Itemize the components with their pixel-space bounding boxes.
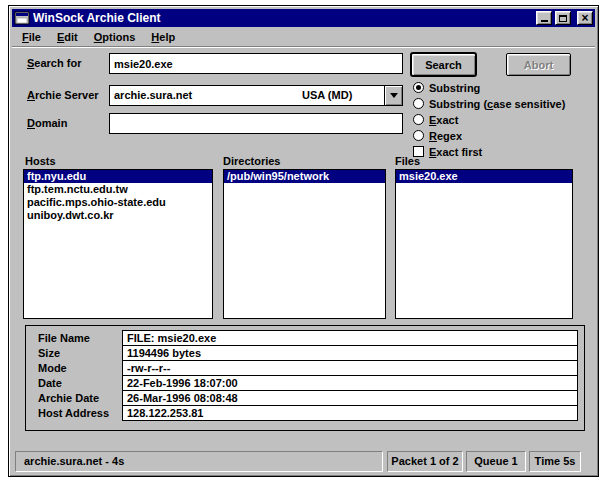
- radio-icon: [413, 114, 424, 125]
- abort-button[interactable]: Abort: [506, 53, 571, 76]
- detail-label-file-name: File Name: [26, 330, 122, 346]
- maximize-icon: [559, 15, 567, 22]
- chevron-down-icon: [390, 93, 398, 98]
- file-item[interactable]: msie20.exe: [396, 170, 572, 183]
- status-time: Time 5s: [529, 451, 581, 472]
- system-menu-icon[interactable]: [14, 11, 30, 25]
- detail-value-date: 22-Feb-1996 18:07:00: [122, 375, 578, 391]
- detail-row: Archie Date 26-Mar-1996 08:08:48: [26, 390, 578, 406]
- detail-value-archie-date: 26-Mar-1996 08:08:48: [122, 390, 578, 406]
- detail-row: File Name FILE: msie20.exe: [26, 330, 578, 346]
- files-listbox: msie20.exe: [395, 169, 573, 319]
- radio-regex[interactable]: Regex: [413, 129, 462, 142]
- host-item[interactable]: uniboy.dwt.co.kr: [24, 209, 212, 222]
- radio-label: Substring (case sensitive): [429, 98, 565, 110]
- menu-bar: File Edit Options Help: [12, 27, 595, 47]
- archie-server-combobox[interactable]: archie.sura.net USA (MD): [109, 85, 403, 106]
- detail-value-size: 1194496 bytes: [122, 345, 578, 361]
- radio-icon: [413, 98, 424, 109]
- menu-options[interactable]: Options: [86, 28, 144, 46]
- archie-server-label: Archie Server: [27, 89, 99, 101]
- directories-label: Directories: [223, 155, 280, 167]
- detail-label-archie-date: Archie Date: [26, 390, 122, 406]
- domain-input[interactable]: [109, 113, 403, 134]
- status-message: archie.sura.net - 4s: [15, 451, 383, 472]
- host-item[interactable]: ftp.tem.nctu.edu.tw: [24, 183, 212, 196]
- detail-row: Host Address 128.122.253.81: [26, 405, 578, 421]
- host-item[interactable]: pacific.mps.ohio-state.edu: [24, 196, 212, 209]
- radio-label: Regex: [429, 130, 462, 142]
- hosts-label: Hosts: [25, 155, 56, 167]
- server-location: USA (MD): [302, 89, 352, 101]
- radio-label: Exact: [429, 114, 458, 126]
- detail-value-host-address: 128.122.253.81: [122, 405, 578, 421]
- checkbox-exact-first[interactable]: Exact first: [413, 145, 482, 158]
- radio-exact[interactable]: Exact: [413, 113, 458, 126]
- detail-value-file-name: FILE: msie20.exe: [122, 330, 578, 346]
- server-name: archie.sura.net: [114, 89, 192, 101]
- server-dropdown-button[interactable]: [384, 86, 402, 105]
- detail-row: Mode -rw-r--r--: [26, 360, 578, 376]
- title-bar[interactable]: WinSock Archie Client ×: [12, 9, 595, 27]
- files-label: Files: [395, 155, 420, 167]
- detail-row: Size 1194496 bytes: [26, 345, 578, 361]
- detail-label-date: Date: [26, 375, 122, 391]
- host-item[interactable]: ftp.nyu.edu: [24, 170, 212, 183]
- search-for-label: Search for: [27, 57, 81, 69]
- radio-label: Substring: [429, 82, 480, 94]
- directory-item[interactable]: /pub/win95/network: [224, 170, 385, 183]
- minimize-button[interactable]: [536, 11, 552, 25]
- search-input[interactable]: [109, 53, 403, 74]
- menu-edit[interactable]: Edit: [49, 28, 86, 46]
- status-queue: Queue 1: [466, 451, 526, 472]
- app-window: WinSock Archie Client × File Edit Option…: [8, 5, 599, 477]
- directories-listbox: /pub/win95/network: [223, 169, 386, 319]
- minimize-icon: [541, 20, 548, 22]
- detail-label-mode: Mode: [26, 360, 122, 376]
- file-details-panel: File Name FILE: msie20.exe Size 1194496 …: [25, 325, 585, 431]
- status-packet: Packet 1 of 2: [387, 451, 463, 472]
- maximize-button[interactable]: [555, 11, 571, 25]
- domain-label: Domain: [27, 117, 67, 129]
- radio-icon: [413, 82, 424, 93]
- search-button[interactable]: Search: [411, 53, 476, 76]
- detail-label-host-address: Host Address: [26, 405, 122, 421]
- menu-file[interactable]: File: [14, 28, 49, 46]
- detail-label-size: Size: [26, 345, 122, 361]
- detail-row: Date 22-Feb-1996 18:07:00: [26, 375, 578, 391]
- close-icon: ×: [581, 13, 588, 23]
- window-title: WinSock Archie Client: [33, 11, 533, 25]
- menu-help[interactable]: Help: [143, 28, 183, 46]
- detail-value-mode: -rw-r--r--: [122, 360, 578, 376]
- checkbox-label: Exact first: [429, 146, 482, 158]
- hosts-listbox: ftp.nyu.edu ftp.tem.nctu.edu.tw pacific.…: [23, 169, 213, 319]
- radio-substring[interactable]: Substring: [413, 81, 480, 94]
- radio-substring-case-sensitive[interactable]: Substring (case sensitive): [413, 97, 565, 110]
- radio-icon: [413, 130, 424, 141]
- close-button[interactable]: ×: [577, 11, 593, 25]
